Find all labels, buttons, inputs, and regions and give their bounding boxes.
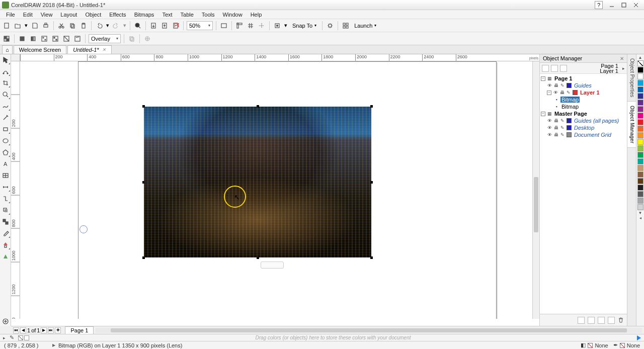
- print-layer-icon[interactable]: 🖶: [553, 125, 558, 130]
- menu-view[interactable]: View: [37, 11, 57, 19]
- quick-customize-icon[interactable]: [1, 317, 10, 326]
- menu-window[interactable]: Window: [219, 11, 247, 19]
- transparency-tool[interactable]: [1, 217, 10, 226]
- menu-layout[interactable]: Layout: [56, 11, 81, 19]
- horizontal-scrollbar[interactable]: [96, 328, 642, 333]
- color-swatch[interactable]: [637, 165, 643, 171]
- print-layer-icon[interactable]: 🖶: [553, 118, 558, 123]
- vtab-object-properties[interactable]: Object Properties: [627, 54, 636, 102]
- show-object-props-icon[interactable]: [542, 65, 549, 72]
- cut-icon[interactable]: [57, 21, 66, 30]
- save-icon[interactable]: [30, 21, 39, 30]
- maximize-button[interactable]: [619, 2, 629, 9]
- tree-bitmap-selected[interactable]: ▪Bitmap: [540, 96, 627, 103]
- layer-color-swatch[interactable]: [567, 83, 572, 88]
- tree-document-grid[interactable]: 👁🖶✎Document Grid: [540, 131, 627, 138]
- edit-layer-icon[interactable]: ✎: [560, 118, 565, 123]
- export-icon[interactable]: [160, 21, 169, 30]
- color-swatch[interactable]: [637, 139, 643, 145]
- tree-page1[interactable]: −▦Page 1: [540, 75, 627, 82]
- artistic-media-tool[interactable]: [1, 113, 10, 122]
- new-master-layer-icon[interactable]: [588, 317, 595, 324]
- tree-bitmap-2[interactable]: ▪Bitmap: [540, 103, 627, 110]
- new-layer-icon[interactable]: [578, 317, 585, 324]
- menu-bitmaps[interactable]: Bitmaps: [130, 11, 158, 19]
- palette-scroll-up[interactable]: ▲: [637, 55, 643, 60]
- color-swatch[interactable]: [637, 100, 643, 106]
- layer-color-swatch[interactable]: [567, 118, 572, 123]
- menu-text[interactable]: Text: [158, 11, 176, 19]
- welcome-tab[interactable]: ⌂: [2, 45, 13, 54]
- palette-flyout-icon[interactable]: ◂: [637, 216, 643, 221]
- docker-flyout-icon[interactable]: ▸: [622, 66, 625, 71]
- polygon-tool[interactable]: [1, 148, 10, 157]
- ellipse-tool[interactable]: [1, 136, 10, 145]
- import-icon[interactable]: [149, 21, 158, 30]
- palette-scroll-down[interactable]: ▼: [637, 211, 643, 216]
- page-tab[interactable]: Page 1: [65, 326, 94, 334]
- selected-bitmap[interactable]: [144, 107, 371, 257]
- tab-welcome-screen[interactable]: Welcome Screen: [14, 45, 67, 54]
- search-content-icon[interactable]: [133, 21, 142, 30]
- layer-color-swatch[interactable]: [567, 125, 572, 130]
- app-launcher-icon[interactable]: [341, 21, 350, 30]
- color-swatch[interactable]: [637, 80, 643, 86]
- color-swatch[interactable]: [637, 158, 643, 164]
- snap-off-dropdown[interactable]: ▾: [284, 22, 288, 29]
- ruler-vertical[interactable]: 200 400 600 800 1000 1200 1400: [11, 61, 20, 319]
- tree-desktop[interactable]: 👁🖶✎Desktop: [540, 124, 627, 131]
- launch-menu[interactable]: Launch▾: [352, 21, 378, 30]
- hscroll-thumb[interactable]: [111, 328, 627, 332]
- vertical-scrollbar[interactable]: [532, 61, 539, 319]
- color-swatch[interactable]: [637, 204, 643, 210]
- outline-indicator[interactable]: ✒ None: [613, 342, 640, 348]
- options-icon[interactable]: [326, 21, 335, 30]
- menu-object[interactable]: Object: [81, 11, 105, 19]
- eye-icon[interactable]: 👁: [547, 83, 552, 88]
- edit-layer-icon[interactable]: ✎: [560, 125, 565, 130]
- handle-mid-left[interactable]: [142, 181, 145, 184]
- ruler-horizontal[interactable]: 200 400 600 800 1000 1200 1400 1600 1800…: [20, 54, 539, 61]
- edit-layer-icon[interactable]: ✎: [560, 83, 565, 88]
- docker-close-icon[interactable]: ✕: [620, 56, 624, 61]
- open-dropdown[interactable]: ▾: [24, 22, 28, 29]
- new-master-layer-all-icon[interactable]: [598, 317, 605, 324]
- interactive-fill-tool[interactable]: [1, 240, 10, 249]
- undo-icon[interactable]: [95, 21, 104, 30]
- print-icon[interactable]: [41, 21, 50, 30]
- color-swatch[interactable]: [637, 132, 643, 138]
- edit-transparency-icon[interactable]: [143, 34, 152, 43]
- merge-mode-select[interactable]: Overlay▾: [89, 34, 121, 43]
- edit-layer-icon[interactable]: ✎: [560, 132, 565, 137]
- fountain-transparency-icon[interactable]: [29, 34, 38, 43]
- edit-across-layers-icon[interactable]: [551, 65, 558, 72]
- print-layer-icon[interactable]: 🖶: [553, 83, 558, 88]
- no-color-swatch[interactable]: [637, 60, 643, 66]
- uniform-transparency-icon[interactable]: [18, 34, 27, 43]
- move-to-layer-icon[interactable]: [608, 317, 615, 324]
- color-swatch[interactable]: [637, 152, 643, 158]
- show-guidelines-icon[interactable]: [257, 21, 266, 30]
- close-button[interactable]: [631, 2, 641, 9]
- drop-shadow-tool[interactable]: [1, 206, 10, 215]
- copy-transparency-icon[interactable]: [127, 34, 136, 43]
- table-tool[interactable]: [1, 171, 10, 180]
- color-swatch[interactable]: [637, 119, 643, 125]
- color-swatch[interactable]: [637, 86, 643, 93]
- texture-transparency-icon[interactable]: [73, 34, 82, 43]
- color-swatch[interactable]: [637, 185, 643, 191]
- redo-dropdown[interactable]: ▾: [123, 22, 127, 29]
- color-swatch[interactable]: [637, 178, 643, 184]
- fullscreen-preview-icon[interactable]: [219, 21, 228, 30]
- color-swatch[interactable]: [637, 171, 643, 178]
- handle-mid-right[interactable]: [370, 181, 373, 184]
- docker-title-bar[interactable]: Object Manager ✕: [540, 54, 627, 63]
- menu-help[interactable]: Help: [247, 11, 266, 19]
- eye-icon[interactable]: 👁: [547, 118, 552, 123]
- nav-arrow-icon[interactable]: ▸: [3, 335, 6, 340]
- print-layer-icon[interactable]: 🖶: [559, 90, 565, 95]
- show-grid-icon[interactable]: [246, 21, 255, 30]
- color-swatch[interactable]: [637, 113, 643, 119]
- tree-layer1[interactable]: −👁🖶✎Layer 1: [540, 89, 627, 96]
- color-swatch[interactable]: [637, 73, 643, 79]
